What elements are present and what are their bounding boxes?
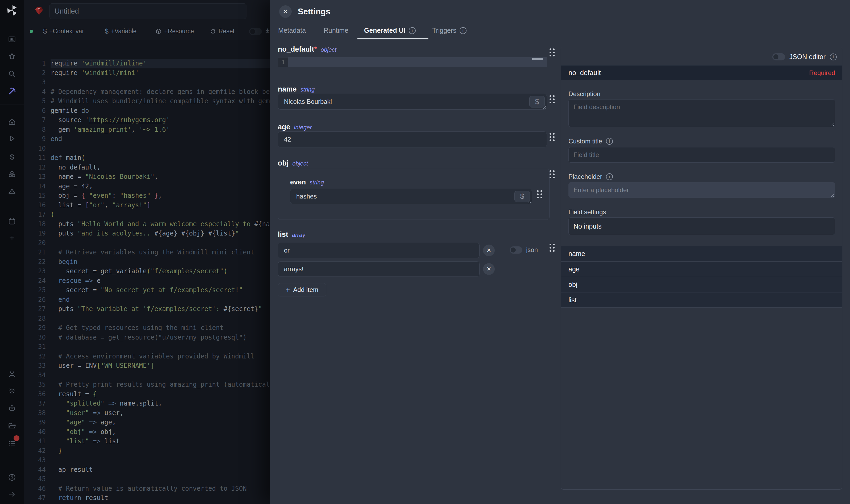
json-editor-toggle-row: JSON editor i [772, 53, 837, 61]
schedules-prism-icon[interactable] [6, 186, 18, 197]
help-icon[interactable] [6, 471, 18, 483]
no-default-json-input[interactable]: 1 [278, 57, 547, 67]
tab-triggers[interactable]: Triggers i [432, 26, 467, 34]
calendar-icon[interactable] [6, 216, 18, 227]
field-label-obj: objobject [278, 159, 308, 167]
field-label-list: listarray [278, 231, 305, 239]
drag-handle[interactable] [549, 49, 555, 56]
json-editor-label: JSON editor [789, 53, 826, 61]
settings-tabs: Metadata Runtime Generated UI i Triggers… [270, 24, 850, 39]
reset-circular-arrow-icon [210, 28, 216, 35]
active-tab-indicator [357, 38, 429, 39]
favorites-star-icon[interactable] [6, 51, 18, 62]
field-properties-panel: JSON editor i no_default Required Descri… [561, 47, 842, 490]
json-toggle[interactable] [510, 247, 522, 254]
folders-icon[interactable] [6, 420, 18, 432]
field-row-age[interactable]: age [561, 261, 842, 277]
close-button[interactable]: ✕ [279, 5, 292, 18]
code-editor[interactable]: 1require 'windmill/inline'2require 'wind… [24, 40, 270, 504]
field-label-even: evenstring [290, 178, 324, 186]
custom-title-input[interactable]: Field title [568, 147, 835, 163]
field-type: integer [294, 124, 312, 131]
name-input[interactable]: Nicolas Bourbaki $ [278, 94, 547, 110]
drag-handle[interactable] [537, 190, 542, 198]
windmill-logo-icon[interactable] [6, 4, 18, 17]
json-editor-toggle[interactable] [772, 53, 785, 60]
drag-handle[interactable] [549, 95, 555, 103]
expand-arrow-icon[interactable] [6, 488, 18, 500]
field-row-obj[interactable]: obj [561, 277, 842, 292]
diff-toggle[interactable] [249, 28, 262, 35]
field-type: string [301, 86, 315, 93]
code-editor-lines: 1require 'windmill/inline'2require 'wind… [24, 59, 270, 504]
gutter-line-number: 1 [278, 57, 288, 67]
add-item-button[interactable]: + Add item [278, 283, 326, 296]
user-icon[interactable] [6, 368, 18, 379]
field-row-list[interactable]: list [561, 292, 842, 308]
field-label-name: namestring [278, 85, 314, 93]
left-sidebar [0, 0, 24, 504]
remove-item-button[interactable]: ✕ [483, 263, 495, 275]
app-window-icon[interactable] [6, 34, 18, 45]
editor-toolbar: $ +Context var $ +Variable +Resource Res… [24, 23, 270, 40]
settings-drawer: ✕ Settings Metadata Runtime Generated UI… [270, 0, 850, 504]
info-icon: i [606, 138, 613, 145]
required-asterisk: * [314, 45, 317, 53]
remove-item-button[interactable]: ✕ [483, 245, 495, 256]
dollar-icon: $ [43, 28, 47, 35]
variables-dollar-icon[interactable] [6, 151, 18, 163]
search-icon[interactable] [6, 68, 18, 79]
resize-handle[interactable] [830, 122, 834, 126]
list-item-input[interactable]: arrays! [278, 261, 480, 277]
add-variable-button[interactable]: $ +Variable [105, 28, 137, 35]
field-type: object [321, 46, 337, 53]
json-toggle-row: json [510, 246, 538, 254]
home-icon[interactable] [6, 116, 18, 128]
tab-runtime[interactable]: Runtime [324, 26, 348, 34]
ai-wand-icon[interactable] [6, 85, 18, 97]
selected-field-row[interactable]: no_default Required [561, 65, 842, 80]
script-title-value: Untitled [55, 7, 79, 15]
tab-metadata[interactable]: Metadata [278, 26, 306, 34]
field-type: array [292, 232, 305, 238]
drag-handle[interactable] [549, 170, 555, 178]
scrollbar-thumb[interactable] [532, 58, 543, 60]
description-textarea[interactable]: Field description [568, 99, 835, 127]
drag-handle[interactable] [549, 244, 555, 252]
dollar-icon: $ [520, 192, 524, 201]
status-dot [30, 30, 33, 33]
field-row-name[interactable]: name [561, 246, 842, 261]
add-context-var-button[interactable]: $ +Context var [43, 28, 84, 35]
add-resource-button[interactable]: +Resource [156, 28, 194, 35]
placeholder-input[interactable]: Enter a placeholder [568, 182, 835, 198]
age-input[interactable]: 42 [278, 131, 547, 147]
script-title-input[interactable]: Untitled [50, 3, 247, 19]
audit-logs-icon[interactable] [6, 437, 18, 449]
description-label: Description [568, 90, 600, 98]
resources-cubes-icon[interactable] [6, 169, 18, 180]
info-icon: i [409, 27, 416, 34]
placeholder-label: Placeholder i [568, 173, 613, 180]
plus-icon: + [286, 286, 290, 294]
insert-variable-button[interactable]: $ [529, 96, 545, 108]
even-input[interactable]: hashes $ [290, 189, 532, 204]
package-icon [156, 28, 162, 35]
runs-play-icon[interactable] [6, 133, 18, 144]
notification-badge [14, 435, 19, 441]
field-type: object [292, 160, 308, 167]
info-icon: i [830, 53, 837, 60]
close-icon: ✕ [283, 8, 288, 15]
tab-generated-ui[interactable]: Generated UI i [364, 26, 416, 34]
resize-handle[interactable] [830, 193, 834, 197]
name-value: Nicolas Bourbaki [284, 98, 332, 105]
workers-robot-icon[interactable] [6, 402, 18, 414]
diff-icon[interactable]: ± [266, 26, 270, 35]
settings-gear-icon[interactable] [6, 385, 18, 397]
json-toggle-label: json [526, 246, 538, 254]
add-plus-icon[interactable] [6, 232, 18, 244]
insert-variable-button[interactable]: $ [514, 191, 530, 202]
drag-handle[interactable] [549, 133, 555, 141]
field-settings-box: No inputs [568, 217, 835, 235]
reset-button[interactable]: Reset [210, 28, 234, 35]
list-item-input[interactable]: or [278, 243, 480, 258]
